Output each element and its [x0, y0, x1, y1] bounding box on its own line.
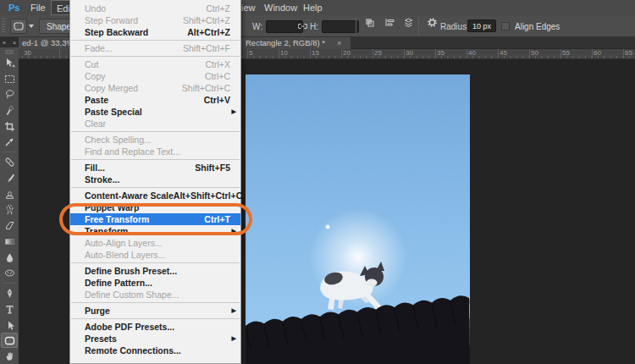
- menu-item-remote-connections[interactable]: Remote Connections...: [70, 345, 240, 356]
- menu-item-label: Puppet Warp: [85, 201, 139, 213]
- path-operations-icon[interactable]: [362, 15, 376, 29]
- menu-item-cut[interactable]: CutCtrl+X: [70, 58, 240, 70]
- menu-item-adobe-pdf-presets[interactable]: Adobe PDF Presets...: [70, 321, 240, 333]
- hand-tool[interactable]: [0, 348, 19, 364]
- align-edges-label: Align Edges: [515, 15, 560, 37]
- pen-tool[interactable]: [0, 285, 19, 301]
- tab-close-icon[interactable]: ×: [337, 37, 341, 49]
- ruler-number: 15: [312, 49, 319, 58]
- rectangle-tool[interactable]: [1, 333, 18, 348]
- path-arrangement-icon[interactable]: [401, 15, 415, 29]
- menu-item-shortcut: Shift+F5: [195, 162, 230, 174]
- menu-item-shortcut: Shift+Ctrl+Z: [183, 14, 230, 26]
- menu-item-shortcut: Ctrl+Z: [206, 3, 230, 14]
- menu-item-copy-merged[interactable]: Copy MergedShift+Ctrl+C: [70, 82, 240, 94]
- type-tool[interactable]: [0, 301, 19, 317]
- menu-window[interactable]: Window: [259, 0, 302, 15]
- menu-item-paste-special[interactable]: Paste Special▶: [70, 106, 240, 118]
- path-alignment-icon[interactable]: [383, 15, 396, 29]
- menu-item-label: Free Transform: [85, 213, 149, 225]
- menu-item-puppet-warp[interactable]: Puppet Warp: [70, 201, 240, 213]
- menu-item-step-forward[interactable]: Step ForwardShift+Ctrl+Z: [70, 14, 240, 26]
- ruler-number: 45: [500, 49, 507, 58]
- close-panel-icon[interactable]: ×: [13, 40, 16, 46]
- menu-item-label: Presets: [85, 333, 117, 345]
- menu-item-paste[interactable]: PasteCtrl+V: [70, 94, 240, 106]
- move-tool[interactable]: [0, 55, 19, 71]
- collapse-panel-icon[interactable]: »: [3, 40, 6, 46]
- ruler-number: 60: [594, 49, 601, 58]
- ruler-number: 40: [468, 49, 476, 58]
- menu-help[interactable]: Help: [298, 0, 328, 15]
- blur-tool[interactable]: [0, 250, 19, 266]
- eyedropper-tool[interactable]: [0, 135, 19, 151]
- menu-item-define-custom-shape[interactable]: Define Custom Shape...: [70, 289, 240, 301]
- menu-item-label: Define Custom Shape...: [85, 289, 179, 301]
- menu-item-auto-blend-layers[interactable]: Auto-Blend Layers...: [70, 249, 240, 261]
- menu-item-find-and-replace-text[interactable]: Find and Replace Text...: [70, 146, 240, 157]
- menu-separator: [71, 40, 240, 41]
- submenu-arrow-icon: ▶: [232, 305, 236, 317]
- ruler-number: 25: [374, 49, 382, 58]
- menu-item-label: Content-Aware Scale: [85, 190, 174, 201]
- menu-file[interactable]: File: [25, 0, 51, 15]
- marquee-tool[interactable]: [0, 71, 19, 87]
- brush-tool[interactable]: [0, 170, 19, 186]
- menu-item-stroke[interactable]: Stroke...: [70, 174, 240, 185]
- options-grip: [2, 19, 5, 34]
- menu-item-define-brush-preset[interactable]: Define Brush Preset...: [70, 265, 240, 277]
- radius-field[interactable]: 10 px: [467, 19, 496, 32]
- menu-item-presets[interactable]: Presets▶: [70, 333, 240, 345]
- menu-item-shortcut: Shift+Ctrl+C: [182, 82, 230, 94]
- menu-separator: [71, 56, 240, 57]
- menu-separator: [71, 262, 240, 263]
- width-label: W:: [252, 22, 262, 31]
- menu-item-free-transform[interactable]: Free TransformCtrl+T: [70, 213, 240, 225]
- menu-separator: [71, 318, 240, 319]
- sponge-tool[interactable]: [0, 265, 19, 281]
- menu-item-shortcut: Ctrl+V: [204, 94, 230, 106]
- height-field[interactable]: [322, 20, 359, 33]
- menu-separator: [71, 131, 240, 132]
- gear-icon[interactable]: [425, 15, 439, 29]
- height-label: H:: [310, 22, 318, 31]
- ruler-number: 50: [531, 49, 538, 58]
- align-edges-checkbox[interactable]: [501, 22, 510, 30]
- options-separator: [356, 18, 356, 35]
- menu-item-define-pattern[interactable]: Define Pattern...: [70, 277, 240, 289]
- menu-item-undo[interactable]: UndoCtrl+Z: [70, 3, 240, 14]
- menu-item-label: Adobe PDF Presets...: [85, 321, 174, 333]
- crop-tool[interactable]: [0, 119, 19, 135]
- menu-item-label: Fade...: [85, 42, 113, 54]
- menu-item-label: Copy: [85, 70, 106, 82]
- toolbar-separator: [3, 152, 16, 152]
- radius-label: Radius:: [440, 22, 469, 31]
- tool-preset-button[interactable]: [10, 15, 34, 37]
- tools-panel: [0, 47, 19, 364]
- lasso-tool[interactable]: [0, 86, 19, 102]
- clone-stamp-tool[interactable]: [0, 186, 19, 202]
- menu-item-fill[interactable]: Fill...Shift+F5: [70, 162, 240, 174]
- menu-item-label: Define Brush Preset...: [85, 265, 177, 277]
- link-dimensions-icon[interactable]: [298, 15, 307, 37]
- gradient-tool[interactable]: [0, 234, 19, 250]
- quick-selection-tool[interactable]: [0, 102, 19, 119]
- menu-item-label: Check Spelling...: [85, 134, 152, 146]
- menu-item-purge[interactable]: Purge▶: [70, 305, 240, 317]
- menu-item-step-backward[interactable]: Step BackwardAlt+Ctrl+Z: [70, 26, 240, 38]
- menu-item-auto-align-layers[interactable]: Auto-Align Layers...: [70, 237, 240, 249]
- history-brush-tool[interactable]: [0, 202, 19, 218]
- menu-item-shortcut: Ctrl+X: [206, 58, 230, 70]
- toolbar-header[interactable]: » ×: [0, 37, 19, 47]
- menu-item-transform[interactable]: Transform▶: [70, 225, 240, 237]
- menu-item-clear[interactable]: Clear: [70, 118, 240, 130]
- path-selection-tool[interactable]: [0, 317, 19, 334]
- eraser-tool[interactable]: [0, 218, 19, 234]
- healing-brush-tool[interactable]: [0, 154, 19, 170]
- menu-item-fade[interactable]: Fade...Shift+Ctrl+F: [70, 42, 240, 54]
- menu-item-copy[interactable]: CopyCtrl+C: [70, 70, 240, 82]
- menu-item-label: Purge: [85, 305, 110, 317]
- menu-item-check-spelling[interactable]: Check Spelling...: [70, 134, 240, 146]
- menu-item-label: Find and Replace Text...: [85, 146, 180, 157]
- menu-item-content-aware-scale[interactable]: Content-Aware ScaleAlt+Shift+Ctrl+C: [70, 190, 240, 201]
